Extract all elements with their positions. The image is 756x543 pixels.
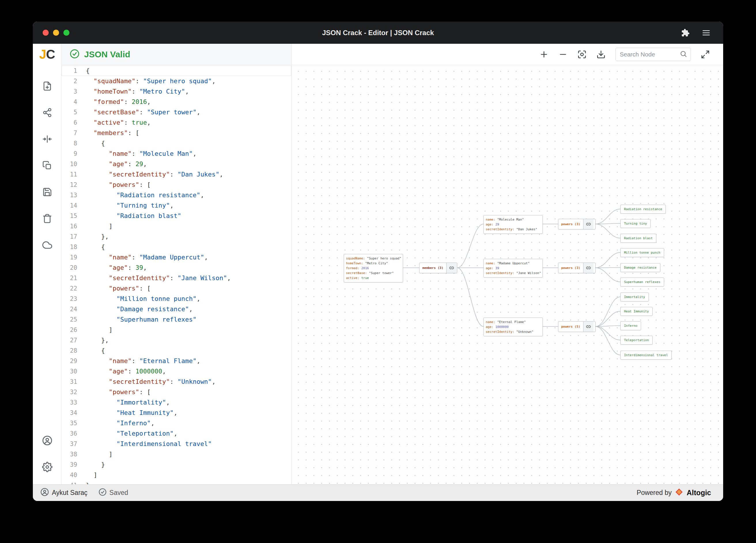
logo-j: J xyxy=(39,47,46,62)
editor-line[interactable]: 23 "Million tonne punch", xyxy=(62,294,291,304)
editor-line[interactable]: 30 "age": 1000000, xyxy=(62,366,291,376)
editor-line[interactable]: 28 { xyxy=(62,345,291,356)
fullscreen-button[interactable] xyxy=(701,50,710,59)
graph-node-leaf-1[interactable]: Radiation resistance xyxy=(620,205,666,214)
editor-line[interactable]: 27 }, xyxy=(62,335,291,345)
editor-line[interactable]: 26 ] xyxy=(62,325,291,335)
editor-line[interactable]: 33 "Immortality", xyxy=(62,397,291,408)
editor-line[interactable]: 39 } xyxy=(62,459,291,470)
user-account[interactable]: Aykut Saraç xyxy=(40,488,88,498)
delete-button[interactable] xyxy=(42,214,52,224)
editor-line[interactable]: 2 "squadName": "Super hero squad", xyxy=(62,76,291,86)
graph-node-powers-2[interactable]: powers (3) xyxy=(558,263,596,273)
search-node-input[interactable] xyxy=(620,51,680,58)
extensions-icon[interactable] xyxy=(681,29,690,37)
new-file-button[interactable] xyxy=(42,81,52,91)
avatar-icon xyxy=(40,488,49,498)
graph-node-leaf-9[interactable]: Inferno xyxy=(620,321,641,330)
editor-line[interactable]: 29 "name": "Eternal Flame", xyxy=(62,356,291,366)
collapse-nodes-button[interactable] xyxy=(42,134,52,144)
editor-line[interactable]: 18 { xyxy=(62,242,291,252)
zoom-button[interactable] xyxy=(63,30,69,36)
minimize-button[interactable] xyxy=(53,30,59,36)
line-number: 13 xyxy=(62,190,86,201)
editor-line[interactable]: 9 "name": "Molecule Man", xyxy=(62,149,291,159)
graph-node-member-2[interactable]: name: "Madame Uppercut"age: 39secretIden… xyxy=(483,259,543,277)
code-text: "secretBase": "Super tower", xyxy=(86,107,200,118)
line-number: 5 xyxy=(62,107,86,118)
editor-line[interactable]: 40 ] xyxy=(62,470,291,480)
editor-line[interactable]: 35 "Inferno", xyxy=(62,418,291,428)
graph-node-leaf-3[interactable]: Radiation blast xyxy=(620,234,656,243)
link-icon[interactable] xyxy=(583,263,594,273)
editor-line[interactable]: 25 "Superhuman reflexes" xyxy=(62,314,291,325)
line-number: 7 xyxy=(62,128,86,138)
window-title: JSON Crack - Editor | JSON Crack xyxy=(33,29,723,37)
link-icon[interactable] xyxy=(583,321,594,332)
graph-node-powers-1[interactable]: powers (3) xyxy=(558,219,596,230)
link-icon[interactable] xyxy=(446,263,457,273)
editor-line[interactable]: 3 "homeTown": "Metro City", xyxy=(62,86,291,97)
graph-canvas[interactable]: squadName: "Super hero squad"homeTown: "… xyxy=(292,65,723,484)
save-button[interactable] xyxy=(42,187,52,197)
editor-line[interactable]: 13 "Radiation resistance", xyxy=(62,190,291,201)
editor-line[interactable]: 7 "members": [ xyxy=(62,128,291,138)
graph-view-button[interactable] xyxy=(42,108,52,118)
graph-node-leaf-11[interactable]: Interdimensional travel xyxy=(620,351,672,359)
editor-line[interactable]: 41} xyxy=(62,480,291,484)
settings-button[interactable] xyxy=(42,462,52,472)
link-icon[interactable] xyxy=(583,219,594,229)
account-button[interactable] xyxy=(42,435,52,446)
search-icon[interactable] xyxy=(680,50,687,59)
code-text: "powers": [ xyxy=(86,387,151,397)
editor-line[interactable]: 4 "formed": 2016, xyxy=(62,97,291,107)
center-view-button[interactable] xyxy=(577,50,587,59)
close-button[interactable] xyxy=(43,30,49,36)
graph-node-leaf-10[interactable]: Teleportation xyxy=(620,336,653,345)
editor-line[interactable]: 31 "secretIdentity": "Unknown", xyxy=(62,376,291,387)
editor-line[interactable]: 34 "Heat Immunity", xyxy=(62,408,291,418)
editor-line[interactable]: 22 "powers": [ xyxy=(62,283,291,294)
editor-line[interactable]: 5 "secretBase": "Super tower", xyxy=(62,107,291,118)
graph-node-leaf-8[interactable]: Heat Immunity xyxy=(620,307,653,316)
editor-line[interactable]: 12 "powers": [ xyxy=(62,180,291,190)
editor-lines[interactable]: 1{2 "squadName": "Super hero squad",3 "h… xyxy=(62,65,291,484)
copy-button[interactable] xyxy=(42,161,52,171)
editor-line[interactable]: 19 "name": "Madame Uppercut", xyxy=(62,252,291,263)
graph-node-leaf-2[interactable]: Turning tiny xyxy=(620,219,651,228)
editor-line[interactable]: 38 ] xyxy=(62,449,291,459)
editor-line[interactable]: 6 "active": true, xyxy=(62,118,291,128)
zoom-in-button[interactable] xyxy=(539,50,549,59)
editor-line[interactable]: 32 "powers": [ xyxy=(62,387,291,397)
graph-node-leaf-6[interactable]: Superhuman reflexes xyxy=(620,277,664,286)
editor-line[interactable]: 15 "Radiation blast" xyxy=(62,211,291,221)
graph-node-member-3[interactable]: name: "Eternal Flame"age: 1000000secretI… xyxy=(483,317,543,336)
graph-node-members[interactable]: members (3) xyxy=(419,263,457,273)
editor-line[interactable]: 24 "Damage resistance", xyxy=(62,304,291,314)
graph-node-leaf-4[interactable]: Million tonne punch xyxy=(620,248,664,257)
graph-node-member-1[interactable]: name: "Molecule Man"age: 29secretIdentit… xyxy=(483,215,543,234)
download-button[interactable] xyxy=(596,50,606,59)
editor-line[interactable]: 21 "secretIdentity": "Jane Wilson", xyxy=(62,273,291,283)
editor-line[interactable]: 14 "Turning tiny", xyxy=(62,201,291,211)
graph-node-leaf-7[interactable]: Immortality xyxy=(620,292,649,301)
menu-icon[interactable] xyxy=(702,29,710,37)
line-number: 20 xyxy=(62,263,86,273)
zoom-out-button[interactable] xyxy=(558,50,568,59)
app-logo[interactable]: JC xyxy=(39,44,55,65)
cloud-button[interactable] xyxy=(42,240,52,250)
editor-line[interactable]: 8 { xyxy=(62,138,291,149)
editor-line[interactable]: 37 "Interdimensional travel" xyxy=(62,439,291,449)
editor-line[interactable]: 20 "age": 39, xyxy=(62,263,291,273)
editor-line[interactable]: 36 "Teleportation", xyxy=(62,428,291,439)
graph-node-powers-3[interactable]: powers (5) xyxy=(558,321,596,332)
editor-line[interactable]: 1{ xyxy=(62,66,291,76)
editor-line[interactable]: 11 "secretIdentity": "Dan Jukes", xyxy=(62,169,291,180)
altogic-brand[interactable]: Altogic xyxy=(687,489,711,497)
graph-node-leaf-5[interactable]: Damage resistance xyxy=(620,263,660,272)
editor-line[interactable]: 16 ] xyxy=(62,221,291,232)
editor-line[interactable]: 10 "age": 29, xyxy=(62,159,291,169)
graph-node-root[interactable]: squadName: "Super hero squad"homeTown: "… xyxy=(344,254,403,282)
editor-line[interactable]: 17 }, xyxy=(62,232,291,242)
array-node-label: powers (3) xyxy=(558,263,583,273)
